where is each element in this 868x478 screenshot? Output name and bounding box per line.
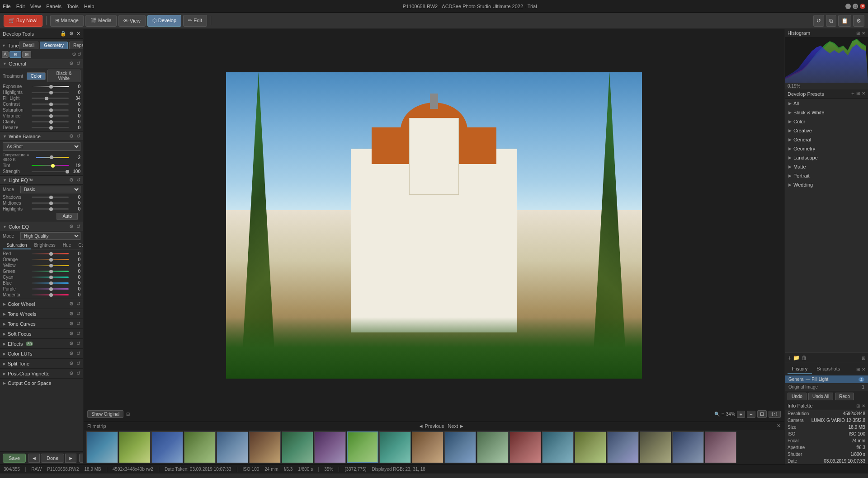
filmstrip-thumb-19[interactable] xyxy=(672,431,704,463)
white-balance-section-header[interactable]: ▼ White Balance ⚙ ↺ xyxy=(0,131,83,141)
filmstrip-thumb-12[interactable] xyxy=(444,431,476,463)
zoom-fit-button[interactable]: ⊞ xyxy=(757,410,767,418)
presets-resize-icon[interactable]: ⊞ xyxy=(862,356,865,361)
filmstrip-thumb-2[interactable] xyxy=(119,431,151,463)
menu-help[interactable]: Help xyxy=(84,4,94,9)
tune-icon-grid[interactable]: ⊞ xyxy=(22,51,31,58)
trash-icon[interactable]: 🗑 xyxy=(802,355,807,361)
color-eq-section-header[interactable]: ▼ Color EQ ⚙ ↺ xyxy=(0,222,83,231)
filmstrip-thumb-5[interactable] xyxy=(217,431,248,463)
fill-light-track[interactable] xyxy=(32,98,69,99)
cancel-button[interactable]: Cancel xyxy=(79,454,84,463)
view-button[interactable]: 👁 View xyxy=(118,15,146,27)
tune-icon-detail[interactable]: ⊟ xyxy=(9,51,21,58)
shadows-track[interactable] xyxy=(32,197,69,198)
coloreq-tab-hue[interactable]: Hue xyxy=(59,242,75,249)
bw-treatment-button[interactable]: Black & White xyxy=(47,70,80,82)
effects-settings[interactable]: ⚙ xyxy=(69,341,74,347)
next-image-button[interactable]: ► xyxy=(65,454,76,463)
coloreq-reset-icon[interactable]: ↺ xyxy=(76,224,80,230)
soft-focus-reset[interactable]: ↺ xyxy=(76,331,80,337)
tune-tab-geometry[interactable]: Geometry xyxy=(40,42,68,49)
filmstrip-thumb-11[interactable] xyxy=(412,431,443,463)
effects-item[interactable]: ▶ Effects 80 ⚙ ↺ xyxy=(0,338,83,348)
orange-track[interactable] xyxy=(32,259,69,260)
filmstrip-thumb-4[interactable] xyxy=(184,431,216,463)
coloreq-tab-saturation[interactable]: Saturation xyxy=(3,242,31,249)
edit-button[interactable]: ✏ Edit xyxy=(183,15,207,27)
settings-btn[interactable]: ⚙ xyxy=(853,15,864,27)
coloreq-tab-contrast[interactable]: Contrast xyxy=(75,242,84,249)
preset-color[interactable]: ▶ Color xyxy=(785,117,868,126)
post-crop-reset[interactable]: ↺ xyxy=(76,370,80,376)
preset-geometry[interactable]: ▶ Geometry xyxy=(785,144,868,153)
copy-btn[interactable]: ⧉ xyxy=(826,15,836,27)
coloreq-tab-brightness[interactable]: Brightness xyxy=(31,242,59,249)
cyan-track[interactable] xyxy=(32,276,69,278)
purple-track[interactable] xyxy=(32,288,69,290)
tone-curves-item[interactable]: ▶ Tone Curves ⚙ ↺ xyxy=(0,319,83,328)
tint-track[interactable] xyxy=(32,165,69,166)
green-track[interactable] xyxy=(32,271,69,272)
general-section-header[interactable]: ▼ General ⚙ ↺ xyxy=(0,59,83,68)
filmstrip-thumb-1[interactable] xyxy=(86,431,118,463)
menu-file[interactable]: File xyxy=(3,4,11,9)
history-item-1[interactable]: General — Fill Light 2 xyxy=(785,375,868,383)
tone-curves-reset[interactable]: ↺ xyxy=(76,321,80,327)
coloreq-settings-icon[interactable]: ⚙ xyxy=(69,224,74,230)
tone-wheels-item[interactable]: ▶ Tone Wheels ⚙ ↺ xyxy=(0,309,83,319)
presets-add-icon[interactable]: + xyxy=(851,91,854,97)
media-button[interactable]: 🎬 Media xyxy=(85,15,117,27)
wb-settings-icon[interactable]: ⚙ xyxy=(69,133,74,139)
filmstrip-next-button[interactable]: Next ► xyxy=(448,423,464,429)
preset-creative[interactable]: ▶ Creative xyxy=(785,126,868,135)
tone-wheels-reset[interactable]: ↺ xyxy=(76,311,80,317)
red-track[interactable] xyxy=(32,253,69,254)
general-settings-icon[interactable]: ⚙ xyxy=(69,61,74,66)
filmstrip-thumb-9[interactable] xyxy=(347,431,378,463)
done-button[interactable]: Done xyxy=(41,454,64,463)
split-tone-reset[interactable]: ↺ xyxy=(76,361,80,366)
save-button[interactable]: Save xyxy=(3,454,26,463)
output-color-space-item[interactable]: ▶ Output Color Space xyxy=(0,378,83,388)
minimize-btn[interactable]: − xyxy=(845,4,851,9)
undo-button[interactable]: Undo xyxy=(788,393,807,400)
clarity-track[interactable] xyxy=(32,121,69,122)
zoom-100-button[interactable]: 1:1 xyxy=(769,411,781,418)
folder-icon[interactable]: 📁 xyxy=(793,355,800,361)
yellow-track[interactable] xyxy=(32,265,69,266)
effects-reset[interactable]: ↺ xyxy=(76,341,80,347)
preset-matte[interactable]: ▶ Matte xyxy=(785,162,868,171)
light-eq-mode-select[interactable]: Basic Advanced xyxy=(20,186,80,193)
highlights-track[interactable] xyxy=(32,92,69,93)
restore-btn[interactable]: ↺ xyxy=(813,15,824,27)
filmstrip-thumb-13[interactable] xyxy=(477,431,509,463)
blue-track[interactable] xyxy=(32,282,69,284)
filmstrip-thumb-20[interactable] xyxy=(705,431,736,463)
filmstrip-thumb-3[interactable] xyxy=(151,431,183,463)
tune-icon-auto[interactable]: A xyxy=(2,51,9,58)
filmstrip-close-button[interactable]: ✕ xyxy=(777,423,781,429)
magenta-track[interactable] xyxy=(32,294,69,295)
preset-landscape[interactable]: ▶ Landscape xyxy=(785,153,868,162)
buy-now-button[interactable]: 🛒 Buy Now! xyxy=(4,15,42,27)
zoom-out-button[interactable]: − xyxy=(747,411,755,418)
contrast-track[interactable] xyxy=(32,103,69,105)
general-reset-icon[interactable]: ↺ xyxy=(76,61,80,66)
split-tone-item[interactable]: ▶ Split Tone ⚙ ↺ xyxy=(0,358,83,368)
presets-expand-icon[interactable]: ⊞ xyxy=(856,91,860,97)
preset-wedding[interactable]: ▶ Wedding xyxy=(785,180,868,189)
wb-reset-icon[interactable]: ↺ xyxy=(76,133,80,139)
add-preset-icon[interactable]: + xyxy=(788,354,791,361)
tune-tab-repair[interactable]: Repair xyxy=(69,42,84,49)
post-crop-vignette-item[interactable]: ▶ Post-Crop Vignette ⚙ ↺ xyxy=(0,368,83,378)
lighteq-reset-icon[interactable]: ↺ xyxy=(76,177,80,183)
develop-button[interactable]: ⬡ Develop xyxy=(147,15,181,27)
histogram-expand-icon[interactable]: ⊞ xyxy=(856,31,860,36)
history-original[interactable]: Original Image 1 xyxy=(785,383,868,391)
history-expand-icon[interactable]: ⊞ xyxy=(856,367,860,372)
tone-curves-settings[interactable]: ⚙ xyxy=(69,321,74,327)
filmstrip-thumb-14[interactable] xyxy=(509,431,541,463)
tone-wheels-settings[interactable]: ⚙ xyxy=(69,311,74,317)
filmstrip-thumb-6[interactable] xyxy=(249,431,281,463)
